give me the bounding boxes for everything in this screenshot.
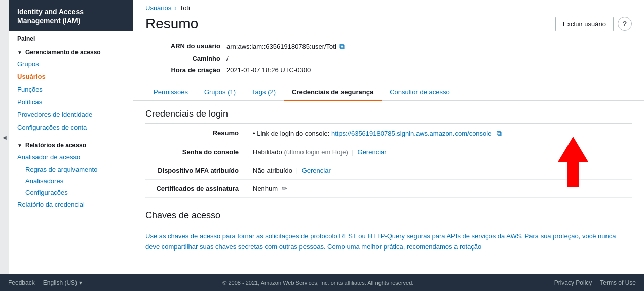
sidebar-item-usuarios[interactable]: Usuários [9, 70, 133, 83]
senha-status: Habilitado [253, 148, 282, 156]
mfa-label: Dispositivo MFA atribuído [145, 161, 247, 180]
access-keys-heading: Chaves de acesso [145, 202, 632, 225]
arn-value: arn:aws:iam::635619180785:user/Toti ⧉ [226, 42, 345, 51]
path-value: / [226, 55, 229, 62]
sidebar-item-grupos[interactable]: Grupos [9, 58, 133, 70]
tabs-bar: Permissões Grupos (1) Tags (2) Credencia… [133, 84, 644, 101]
sidebar-toggle[interactable]: ◀ [0, 0, 9, 274]
header-actions: Excluir usuário ? [555, 17, 632, 31]
table-row-mfa: Dispositivo MFA atribuído Não atribuído … [145, 161, 632, 180]
delete-user-button[interactable]: Excluir usuário [555, 17, 614, 31]
footer-copyright: © 2008 - 2021, Amazon Web Services, Inc.… [82, 280, 554, 286]
sidebar-item-funcoes[interactable]: Funções [9, 83, 133, 96]
painel-label: Painel [17, 35, 35, 43]
path-row: Caminho / [145, 53, 632, 64]
sidebar-item-regras[interactable]: Regras de arquivamento [9, 163, 133, 175]
senha-value: Habilitado (último login em Hoje) | Gere… [247, 143, 632, 161]
sidebar-group-gerenciamento[interactable]: ▼ Gerenciamento de acesso [9, 45, 133, 58]
group-label-relatorios: Relatórios de acesso [25, 142, 86, 149]
breadcrumb-parent[interactable]: Usuários [145, 4, 171, 12]
footer-left: Feedback English (US) ▾ [8, 279, 82, 286]
table-row-senha: Senha do console Habilitado (último logi… [145, 143, 632, 161]
cert-label: Certificados de assinatura [145, 180, 247, 198]
footer-right: Privacy Policy Terms of Use [554, 279, 636, 286]
mfa-manage-link[interactable]: Gerenciar [302, 167, 331, 174]
chevron-down-icon-2: ▼ [17, 143, 22, 148]
main-content: Usuários › Toti Resumo Excluir usuário ?… [133, 0, 644, 274]
feedback-link[interactable]: Feedback [8, 279, 35, 286]
sidebar-painel[interactable]: Painel [9, 31, 133, 45]
console-login-link[interactable]: https://635619180785.signin.aws.amazon.c… [331, 130, 492, 137]
sidebar-item-relatorio-credencial[interactable]: Relatório da credencial [9, 198, 133, 211]
sidebar-header: Identity and Access Management (IAM) [9, 0, 133, 31]
created-label: Hora de criação [145, 66, 226, 74]
mfa-status: Não atribuído [253, 167, 292, 174]
tab-grupos[interactable]: Grupos (1) [196, 84, 244, 101]
edit-cert-icon[interactable]: ✏ [282, 185, 287, 192]
tab-credenciais[interactable]: Credenciais de segurança [284, 84, 382, 101]
table-row-certificados: Certificados de assinatura Nenhum ✏ [145, 180, 632, 198]
sidebar-item-configuracoes[interactable]: Configurações [9, 187, 133, 198]
resumo-label: Resumo [145, 124, 247, 143]
created-value: 2021-01-07 18:26 UTC-0300 [226, 66, 311, 74]
breadcrumb: Usuários › Toti [133, 0, 644, 14]
copy-link-icon[interactable]: ⧉ [497, 129, 502, 137]
credentials-table: Resumo • Link de login do console: https… [145, 124, 632, 198]
resumo-value: • Link de login do console: https://6356… [247, 124, 632, 143]
group-label-gerenciamento: Gerenciamento de acesso [25, 49, 101, 56]
page-header: Resumo Excluir usuário ? [133, 14, 644, 40]
sidebar-item-config-conta[interactable]: Configurações de conta [9, 121, 133, 134]
tab-consultor[interactable]: Consultor de acesso [382, 84, 458, 101]
mfa-value: Não atribuído | Gerenciar [247, 161, 632, 180]
sidebar-item-analisador[interactable]: Analisador de acesso [9, 151, 133, 163]
privacy-policy-link[interactable]: Privacy Policy [554, 279, 592, 286]
help-button[interactable]: ? [618, 17, 632, 31]
sidebar-item-politicas[interactable]: Políticas [9, 96, 133, 108]
table-row-resumo: Resumo • Link de login do console: https… [145, 124, 632, 143]
console-link-prefix: Link de login do console: [257, 130, 329, 137]
cert-value-text: Nenhum [253, 185, 278, 192]
user-info-block: ARN do usuário arn:aws:iam::635619180785… [133, 40, 644, 84]
sidebar-group-relatorios[interactable]: ▼ Relatórios de acesso [9, 138, 133, 151]
path-label: Caminho [145, 55, 226, 62]
language-selector[interactable]: English (US) ▾ [43, 279, 82, 286]
cert-value: Nenhum ✏ [247, 180, 632, 198]
breadcrumb-current: Toti [180, 4, 190, 12]
page-title: Resumo [145, 16, 198, 32]
sidebar-item-provedores[interactable]: Provedores de identidade [9, 108, 133, 121]
mfa-separator: | [296, 167, 300, 174]
arn-row: ARN do usuário arn:aws:iam::635619180785… [145, 40, 632, 53]
footer: Feedback English (US) ▾ © 2008 - 2021, A… [0, 274, 644, 291]
chevron-down-icon: ▼ [17, 50, 22, 55]
senha-label: Senha do console [145, 143, 247, 161]
sidebar-item-analisadores[interactable]: Analisadores [9, 175, 133, 187]
senha-hint-text: (último login em Hoje) [284, 148, 348, 156]
arn-label: ARN do usuário [145, 42, 226, 50]
senha-manage-link[interactable]: Gerenciar [358, 148, 387, 156]
tab-permissoes[interactable]: Permissões [145, 84, 196, 101]
credentials-section-heading: Credenciais de login [145, 101, 632, 124]
access-keys-description: Use as chaves de acesso para tornar as s… [145, 225, 632, 256]
tab-content-credentials: Credenciais de login Resumo • Link de lo… [133, 101, 644, 256]
senha-separator: | [352, 148, 356, 156]
tab-tags[interactable]: Tags (2) [244, 84, 284, 101]
sidebar: Identity and Access Management (IAM) Pai… [9, 0, 133, 274]
created-row: Hora de criação 2021-01-07 18:26 UTC-030… [145, 64, 632, 76]
terms-of-use-link[interactable]: Terms of Use [600, 279, 636, 286]
copy-arn-icon[interactable]: ⧉ [339, 42, 345, 51]
breadcrumb-separator: › [174, 4, 176, 12]
